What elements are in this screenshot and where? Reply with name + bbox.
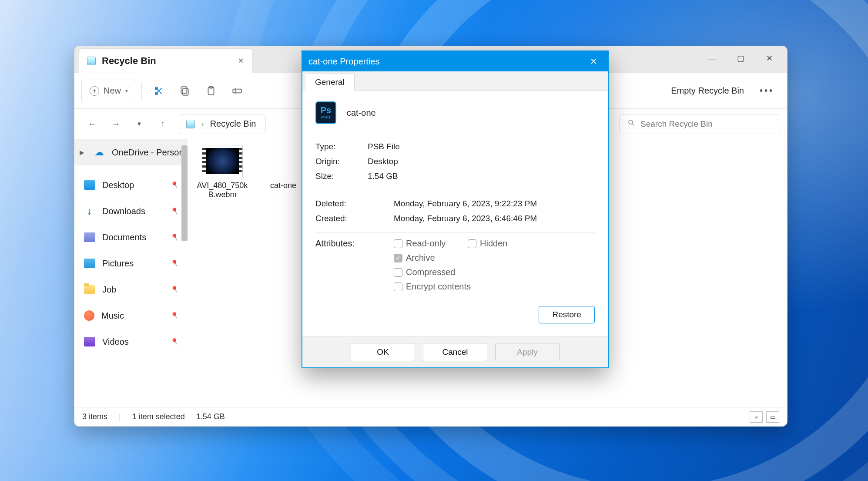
cut-button[interactable] <box>147 80 171 102</box>
sidebar-item-documents[interactable]: Documents 📍 <box>74 224 188 250</box>
sidebar-item-label: Job <box>102 285 116 295</box>
dialog-close-button[interactable]: ✕ <box>586 54 602 69</box>
recycle-bin-icon <box>87 57 96 65</box>
status-selected: 1 item selected <box>132 412 185 421</box>
navigation-pane: ▶ ☁ OneDrive - Personal Desktop 📍 ↓ Down… <box>74 139 188 407</box>
ps-label: Ps <box>321 106 331 114</box>
dialog-footer: OK Cancel Apply <box>302 336 608 367</box>
checkbox-readonly[interactable]: Read-only <box>394 239 468 249</box>
tab-general[interactable]: General <box>305 74 355 91</box>
checkbox-compressed[interactable]: Compressed <box>394 267 468 277</box>
svg-rect-1 <box>181 87 187 93</box>
pin-icon: 📍 <box>170 336 181 347</box>
type-label: Type: <box>315 142 368 151</box>
checkbox-hidden[interactable]: Hidden <box>468 239 542 249</box>
window-controls: — ▢ ✕ <box>697 46 784 71</box>
search-input[interactable] <box>640 119 772 129</box>
sidebar-item-job[interactable]: Job 📍 <box>74 276 188 303</box>
sidebar-item-downloads[interactable]: ↓ Downloads 📍 <box>74 198 188 224</box>
pin-icon: 📍 <box>170 284 181 295</box>
dialog-title: cat-one Properties <box>308 57 379 67</box>
recycle-bin-icon <box>186 120 195 128</box>
file-item-video[interactable]: AVI_480_750kB.webm <box>196 145 248 199</box>
rename-icon <box>231 85 243 97</box>
sidebar-item-pictures[interactable]: Pictures 📍 <box>74 250 188 276</box>
checkbox-encrypt[interactable]: Encrypt contents <box>394 282 542 292</box>
created-value: Monday, February 6, 2023, 6:46:46 PM <box>394 214 537 223</box>
sidebar-scrollbar[interactable] <box>181 145 188 241</box>
tab-recycle-bin[interactable]: Recycle Bin ✕ <box>79 48 253 73</box>
status-size: 1.54 GB <box>196 412 225 421</box>
sidebar-item-desktop[interactable]: Desktop 📍 <box>74 172 188 198</box>
sidebar-item-onedrive[interactable]: ▶ ☁ OneDrive - Personal <box>74 139 188 165</box>
minimize-button[interactable]: — <box>697 49 726 68</box>
copy-button[interactable] <box>173 80 197 102</box>
more-button[interactable]: ••• <box>754 80 780 102</box>
new-button[interactable]: + New ▾ <box>81 80 136 102</box>
pin-icon: 📍 <box>170 310 181 321</box>
deleted-value: Monday, February 6, 2023, 9:22:23 PM <box>394 199 537 209</box>
breadcrumb-separator: › <box>201 119 204 129</box>
deleted-label: Deleted: <box>315 199 394 209</box>
restore-button[interactable]: Restore <box>539 306 595 323</box>
checkbox-archive[interactable]: ✓Archive <box>394 253 468 263</box>
chevron-right-icon: ▶ <box>80 149 84 156</box>
copy-icon <box>179 85 191 97</box>
dialog-body: Ps PSB cat-one Type:PSB File Origin:Desk… <box>302 91 608 336</box>
view-icons-button[interactable]: ▭ <box>766 411 779 423</box>
more-icon: ••• <box>760 86 774 96</box>
breadcrumb-label: Recycle Bin <box>210 119 256 129</box>
empty-recycle-bin-button[interactable]: Empty Recycle Bin <box>665 80 750 102</box>
type-value: PSB File <box>368 142 400 151</box>
cancel-button[interactable]: Cancel <box>423 343 487 361</box>
dialog-tabbar: General <box>302 71 608 91</box>
clipboard-icon <box>205 85 217 97</box>
apply-button[interactable]: Apply <box>495 343 560 361</box>
videos-icon <box>84 337 95 346</box>
new-label: New <box>104 86 121 96</box>
nav-recent-button[interactable]: ▼ <box>128 113 150 135</box>
sidebar-item-videos[interactable]: Videos 📍 <box>74 329 188 355</box>
status-item-count: 3 items <box>82 412 107 421</box>
nav-back-button[interactable]: ← <box>81 113 103 135</box>
size-label: Size: <box>315 172 368 181</box>
attributes-label: Attributes: <box>315 239 394 249</box>
paste-button[interactable] <box>199 80 223 102</box>
search-box[interactable] <box>619 114 780 134</box>
created-label: Created: <box>315 214 394 223</box>
size-value: 1.54 GB <box>368 172 398 181</box>
ok-button[interactable]: OK <box>351 343 415 361</box>
video-thumbnail-icon <box>202 145 242 177</box>
sidebar-item-label: OneDrive - Personal <box>112 148 188 158</box>
pin-icon: 📍 <box>170 179 181 191</box>
nav-up-button[interactable]: ↑ <box>152 113 174 135</box>
tab-close-icon[interactable]: ✕ <box>235 54 246 67</box>
origin-label: Origin: <box>315 157 368 166</box>
breadcrumb[interactable]: › Recycle Bin <box>179 114 266 134</box>
sidebar-item-label: Desktop <box>102 180 134 190</box>
sidebar-item-label: Music <box>101 311 124 321</box>
search-icon <box>627 119 635 129</box>
rename-button[interactable] <box>225 80 249 102</box>
documents-icon <box>84 232 95 242</box>
pin-icon: 📍 <box>170 232 181 243</box>
folder-icon <box>84 285 95 294</box>
properties-dialog: cat-one Properties ✕ General Ps PSB cat-… <box>302 50 609 368</box>
plus-icon: + <box>90 86 99 96</box>
close-button[interactable]: ✕ <box>755 49 784 68</box>
pin-icon: 📍 <box>170 258 181 269</box>
view-details-button[interactable]: ≡ <box>750 411 763 423</box>
svg-rect-0 <box>183 88 188 95</box>
file-name: cat-one <box>347 108 376 118</box>
sidebar-item-label: Pictures <box>102 259 134 269</box>
chevron-down-icon: ▾ <box>125 88 128 94</box>
nav-forward-button[interactable]: → <box>105 113 127 135</box>
onedrive-icon: ☁ <box>94 148 105 157</box>
status-bar: 3 items | 1 item selected 1.54 GB ≡ ▭ <box>74 407 787 426</box>
origin-value: Desktop <box>368 157 398 166</box>
sidebar-item-label: Videos <box>102 337 129 347</box>
sidebar-item-music[interactable]: Music 📍 <box>74 303 188 329</box>
dialog-titlebar[interactable]: cat-one Properties ✕ <box>302 51 608 71</box>
maximize-button[interactable]: ▢ <box>726 49 755 68</box>
svg-point-5 <box>629 120 633 124</box>
